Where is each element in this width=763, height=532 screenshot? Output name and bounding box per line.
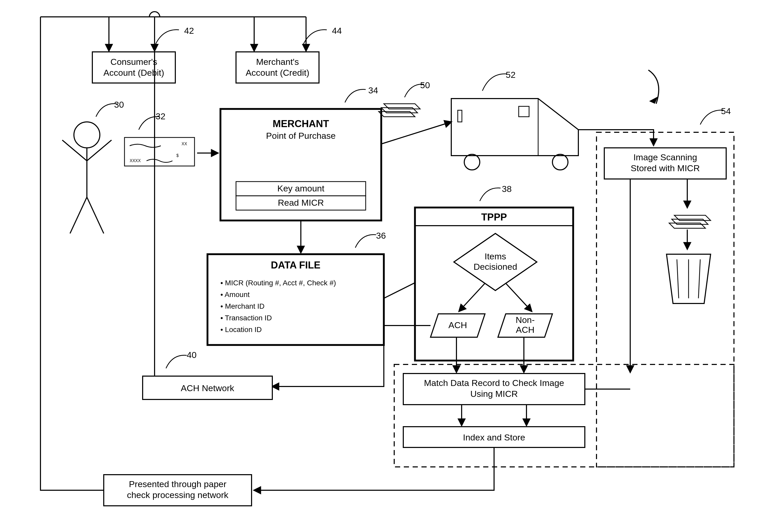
ref-30: 30 — [114, 100, 124, 109]
merchant-account-l2: Account (Credit) — [246, 68, 309, 77]
svg-line-2 — [62, 140, 87, 161]
truck-icon — [451, 99, 578, 170]
nonach-l1: Non- — [515, 315, 535, 325]
index-to-paper — [254, 448, 494, 490]
svg-point-10 — [464, 154, 480, 170]
check-icon: XXXX $ XX — [125, 138, 194, 166]
check-xxxx: XXXX — [130, 159, 141, 163]
svg-line-14 — [699, 260, 700, 298]
key-amount: Key amount — [277, 183, 324, 193]
svg-rect-9 — [458, 110, 462, 122]
svg-line-4 — [70, 197, 87, 234]
merchant-title: MERCHANT — [272, 118, 329, 129]
svg-rect-8 — [519, 106, 529, 117]
datafile-b4: • Transaction ID — [220, 314, 272, 322]
ref-44-leader — [303, 30, 327, 44]
ref-40-leader — [166, 355, 187, 368]
achnet-label: ACH Network — [181, 383, 235, 393]
read-micr: Read MICR — [278, 198, 324, 207]
consumer-account-l1: Consumer's — [110, 57, 157, 67]
ref-42-leader — [156, 30, 179, 44]
bus-hump — [150, 12, 160, 17]
ref-36: 36 — [376, 231, 386, 241]
consumer-account-box — [92, 52, 175, 83]
svg-point-11 — [552, 154, 568, 170]
ref-34-leader — [345, 89, 366, 102]
ref-40: 40 — [187, 350, 197, 360]
paper-l1: Presented through paper — [129, 479, 226, 489]
merchant-account-l1: Merchant's — [256, 57, 299, 67]
nonach-l2: ACH — [516, 325, 534, 335]
consumer-icon — [62, 122, 112, 234]
consumer-account-l2: Account (Debit) — [103, 68, 164, 77]
ref-52-leader — [483, 74, 507, 91]
ref-50: 50 — [420, 80, 430, 90]
datafile-title: DATA FILE — [271, 260, 320, 270]
ref-52: 52 — [506, 70, 515, 80]
svg-line-12 — [677, 260, 679, 298]
match-l1: Match Data Record to Check Image — [424, 378, 564, 388]
ref-30-leader — [96, 104, 117, 117]
ref-34: 34 — [368, 85, 378, 95]
check-dollar: $ — [176, 153, 179, 158]
decision-l2: Decisioned — [474, 262, 517, 271]
index-label: Index and Store — [463, 432, 525, 442]
ref-44: 44 — [332, 26, 342, 36]
datafile-b5: • Location ID — [220, 326, 262, 334]
ref-32: 32 — [156, 111, 165, 121]
datafile-b1: • MICR (Routing #, Acct #, Check #) — [220, 279, 336, 287]
check-xx: XX — [181, 142, 187, 146]
paper-stack-icon — [379, 104, 420, 117]
svg-point-0 — [74, 122, 100, 148]
capture-dashbox — [597, 132, 734, 467]
paper-to-bus — [41, 17, 104, 490]
ref-38-leader — [480, 188, 500, 201]
flow-diagram: Consumer's Account (Debit) 42 Merchant's… — [0, 0, 763, 532]
ref-42: 42 — [184, 26, 194, 36]
ref-54-leader — [700, 110, 723, 125]
datafile-b3: • Merchant ID — [220, 302, 265, 310]
ach-label: ACH — [448, 320, 467, 330]
hand-arrow — [648, 70, 659, 104]
ref-38: 38 — [502, 184, 512, 194]
image-scan-l1: Image Scanning — [633, 152, 697, 162]
merchant-account-box — [236, 52, 319, 83]
svg-line-3 — [87, 140, 112, 161]
match-l2: Using MICR — [470, 389, 518, 399]
merchant-to-truck — [381, 122, 451, 144]
tppp-title: TPPP — [481, 212, 507, 223]
trash-icon — [667, 254, 710, 303]
image-scan-l2: Stored with MICR — [631, 163, 700, 173]
ref-54: 54 — [721, 106, 731, 116]
decision-l1: Items — [485, 251, 506, 261]
svg-line-5 — [87, 197, 104, 234]
ref-36-leader — [355, 235, 376, 248]
datafile-b2: • Amount — [220, 290, 250, 298]
merchant-sub: Point of Purchase — [266, 131, 336, 141]
trash-stack-icon — [669, 215, 710, 228]
paper-l2: check processing network — [127, 490, 229, 500]
